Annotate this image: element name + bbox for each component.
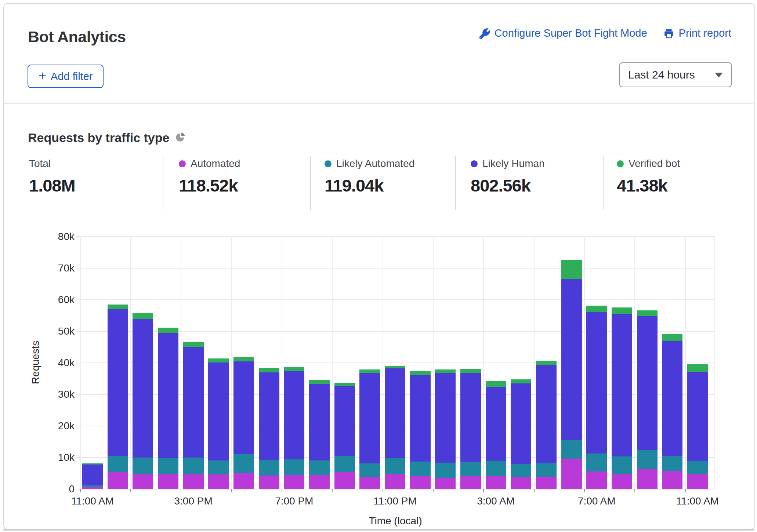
bar-segment-likely-automated[interactable] <box>410 462 431 476</box>
bar-segment-likely-human[interactable] <box>183 347 204 458</box>
bar-segment-likely-automated[interactable] <box>309 460 330 475</box>
bar-segment-automated[interactable] <box>586 471 607 489</box>
bar-segment-likely-automated[interactable] <box>108 456 128 472</box>
bar-segment-likely-human[interactable] <box>158 333 178 458</box>
bar-segment-automated[interactable] <box>108 472 128 489</box>
bar-segment-likely-automated[interactable] <box>435 463 456 478</box>
bar-segment-automated[interactable] <box>133 474 153 489</box>
bar-segment-automated[interactable] <box>410 476 431 489</box>
bar-segment-automated[interactable] <box>687 474 708 489</box>
bar-segment-automated[interactable] <box>82 487 103 489</box>
bar-segment-likely-human[interactable] <box>687 372 708 461</box>
bar-segment-likely-automated[interactable] <box>536 463 557 477</box>
bar-segment-likely-human[interactable] <box>108 309 128 456</box>
bar-segment-likely-automated[interactable] <box>662 456 682 471</box>
bar-segment-verified-bot[interactable] <box>183 342 204 347</box>
bar-segment-automated[interactable] <box>183 474 204 489</box>
bar-segment-verified-bot[interactable] <box>410 371 431 375</box>
bar-segment-verified-bot[interactable] <box>108 305 128 309</box>
bar-segment-likely-automated[interactable] <box>233 454 254 473</box>
bar-segment-verified-bot[interactable] <box>612 307 632 314</box>
print-report-link[interactable]: Print report <box>663 27 731 39</box>
bar-segment-likely-human[interactable] <box>284 371 304 459</box>
bar-segment-likely-human[interactable] <box>536 365 557 463</box>
bar-segment-automated[interactable] <box>460 476 481 489</box>
bar-segment-verified-bot[interactable] <box>208 358 229 362</box>
bar-segment-likely-automated[interactable] <box>82 485 103 487</box>
bar-segment-automated[interactable] <box>511 477 531 489</box>
bar-segment-likely-automated[interactable] <box>586 453 607 471</box>
bar-segment-likely-human[interactable] <box>309 384 330 461</box>
bar-segment-automated[interactable] <box>359 477 380 489</box>
bar-segment-verified-bot[interactable] <box>586 306 607 312</box>
bar-segment-automated[interactable] <box>486 476 506 489</box>
bar-segment-verified-bot[interactable] <box>511 379 531 383</box>
bar-segment-automated[interactable] <box>662 471 682 489</box>
bar-segment-verified-bot[interactable] <box>259 368 279 372</box>
bar-segment-automated[interactable] <box>158 474 178 489</box>
bar-segment-likely-human[interactable] <box>233 361 254 454</box>
bar-segment-verified-bot[interactable] <box>687 364 708 372</box>
bar-segment-likely-human[interactable] <box>435 373 456 462</box>
bar-segment-verified-bot[interactable] <box>435 369 456 373</box>
bar-segment-verified-bot[interactable] <box>233 357 254 362</box>
bar-segment-likely-human[interactable] <box>82 464 103 486</box>
bar-segment-verified-bot[interactable] <box>486 381 506 387</box>
bar-segment-verified-bot[interactable] <box>536 361 557 365</box>
bar-segment-verified-bot[interactable] <box>82 463 103 464</box>
bar-segment-automated[interactable] <box>309 475 330 489</box>
bar-segment-automated[interactable] <box>435 478 456 489</box>
bar-segment-likely-human[interactable] <box>410 375 431 462</box>
bar-segment-likely-human[interactable] <box>133 319 153 458</box>
bar-segment-automated[interactable] <box>259 475 279 489</box>
bar-segment-likely-human[interactable] <box>637 316 658 450</box>
bar-segment-likely-automated[interactable] <box>259 460 279 475</box>
bar-segment-verified-bot[interactable] <box>309 380 330 383</box>
bar-segment-automated[interactable] <box>637 469 658 489</box>
bar-segment-automated[interactable] <box>561 459 582 489</box>
bar-segment-verified-bot[interactable] <box>637 310 658 316</box>
bar-segment-likely-human[interactable] <box>612 314 632 457</box>
bar-segment-verified-bot[interactable] <box>385 366 405 368</box>
bar-segment-automated[interactable] <box>612 474 632 489</box>
bar-segment-likely-automated[interactable] <box>334 456 355 472</box>
bar-segment-verified-bot[interactable] <box>284 367 304 371</box>
bar-segment-automated[interactable] <box>208 474 229 489</box>
add-filter-button[interactable]: + Add filter <box>28 65 104 88</box>
bar-segment-likely-automated[interactable] <box>511 464 531 477</box>
bar-segment-likely-automated[interactable] <box>486 461 506 476</box>
bar-segment-verified-bot[interactable] <box>359 369 380 373</box>
bar-segment-likely-human[interactable] <box>460 373 481 462</box>
bar-segment-likely-human[interactable] <box>561 279 582 440</box>
bar-segment-likely-automated[interactable] <box>284 459 304 475</box>
bar-segment-likely-human[interactable] <box>208 362 229 460</box>
bar-segment-likely-automated[interactable] <box>158 458 178 474</box>
bar-segment-likely-human[interactable] <box>486 387 506 461</box>
bar-segment-likely-automated[interactable] <box>460 462 481 477</box>
bar-segment-verified-bot[interactable] <box>158 328 178 333</box>
bar-segment-likely-human[interactable] <box>385 368 405 458</box>
bar-segment-likely-automated[interactable] <box>561 440 582 459</box>
bar-segment-likely-human[interactable] <box>586 312 607 453</box>
bar-segment-likely-human[interactable] <box>359 373 380 463</box>
bar-segment-likely-automated[interactable] <box>612 456 632 473</box>
bar-segment-automated[interactable] <box>334 472 355 489</box>
bar-segment-likely-automated[interactable] <box>183 458 204 474</box>
bar-segment-automated[interactable] <box>284 475 304 489</box>
bar-segment-verified-bot[interactable] <box>460 369 481 372</box>
requests-by-traffic-type-chart[interactable]: Requests Time (local) 010k20k30k40k50k60… <box>0 220 757 532</box>
bar-segment-likely-automated[interactable] <box>133 458 153 474</box>
bar-segment-likely-automated[interactable] <box>208 460 229 474</box>
bar-segment-verified-bot[interactable] <box>662 334 682 341</box>
bar-segment-verified-bot[interactable] <box>334 383 355 386</box>
time-range-dropdown[interactable]: Last 24 hours <box>619 62 732 87</box>
bar-segment-likely-automated[interactable] <box>359 463 380 477</box>
configure-super-bot-fight-mode-link[interactable]: Configure Super Bot Fight Mode <box>479 27 647 39</box>
bar-segment-likely-human[interactable] <box>334 386 355 456</box>
bar-segment-automated[interactable] <box>536 477 557 489</box>
bar-segment-verified-bot[interactable] <box>561 260 582 279</box>
bar-segment-verified-bot[interactable] <box>133 313 153 319</box>
bar-segment-automated[interactable] <box>233 473 254 489</box>
bar-segment-likely-automated[interactable] <box>687 461 708 474</box>
bar-segment-likely-human[interactable] <box>662 341 682 456</box>
